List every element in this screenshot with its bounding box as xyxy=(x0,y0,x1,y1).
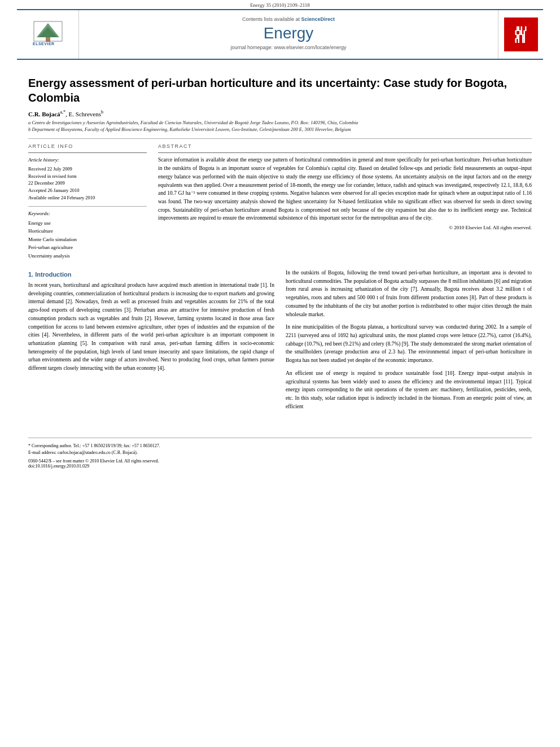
dates-info: Received 22 July 2009 Received in revise… xyxy=(28,165,147,202)
article-footer: * Corresponding author. Tel.: +57 1 8650… xyxy=(28,438,532,469)
keyword-4: Peri-urban agriculture xyxy=(28,243,147,251)
article-title: Energy assessment of peri-urban horticul… xyxy=(28,76,532,105)
email-suffix: (C.R. Bojacá). xyxy=(112,450,138,455)
footer-email: E-mail address: carlos.bojaca@utadeo.edu… xyxy=(28,449,532,456)
author-bojaca: C.R. Bojacá xyxy=(28,111,60,117)
abstract-column: ABSTRACT Scarce information is available… xyxy=(158,143,532,259)
affiliation-b: b Department of Biosystems, Faculty of A… xyxy=(28,126,532,133)
introduction-para1: In recent years, horticultural and agric… xyxy=(28,281,274,373)
journal-header: ELSEVIER Contents lists available at Sci… xyxy=(17,9,543,60)
keyword-5: Uncertainty analysis xyxy=(28,252,147,260)
received-revised-label: Received in revised form xyxy=(28,173,147,180)
available-online: Available online 24 February 2010 xyxy=(28,194,147,202)
volume-info: Energy 35 (2010) 2109–2118 xyxy=(0,0,560,9)
elsevier-tree-icon: ELSEVIER xyxy=(31,20,65,49)
abstract-label: ABSTRACT xyxy=(158,143,532,149)
author-schrevens: , E. Schrevens xyxy=(65,111,101,117)
keywords-section: Keywords: Energy use Horticulture Monte … xyxy=(28,206,147,260)
footer-corresponding-author: * Corresponding author. Tel.: +57 1 8650… xyxy=(28,443,532,449)
keyword-2: Horticulture xyxy=(28,227,147,235)
abstract-box: Scarce information is available about th… xyxy=(158,152,532,230)
journal-homepage: journal homepage: www.elsevier.com/locat… xyxy=(230,45,346,50)
journal-logo-box: ▐▌▌▐ ▌▐▌▌ ▐▌▐▌ ▌▌▐▌ xyxy=(504,18,538,51)
article-info-abstract: ARTICLE INFO Article history: Received 2… xyxy=(28,143,532,259)
abstract-text: Scarce information is available about th… xyxy=(158,156,532,222)
keyword-3: Monte Carlo simulation xyxy=(28,235,147,243)
body-left-column: 1. Introduction In recent years, horticu… xyxy=(28,269,274,416)
journal-center-info: Contents lists available at ScienceDirec… xyxy=(79,10,498,59)
issn-text: 0360-5442/$ – see front matter © 2010 El… xyxy=(28,458,532,464)
corresponding-author-text: * Corresponding author. Tel.: +57 1 8650… xyxy=(28,443,160,448)
keywords-label: Keywords: xyxy=(28,209,147,217)
elsevier-logo-container: ELSEVIER xyxy=(17,10,79,59)
doi-text: doi:10.1016/j.energy.2010.01.029 xyxy=(28,464,532,469)
abstract-copyright: © 2010 Elsevier Ltd. All rights reserved… xyxy=(158,225,532,230)
sciencedirect-link[interactable]: ScienceDirect xyxy=(301,16,335,22)
right-para1: In the outskirts of Bogota, following th… xyxy=(286,269,532,318)
history-label: Article history: xyxy=(28,156,147,164)
right-para2: In nine municipalities of the Bogota pla… xyxy=(286,323,532,365)
email-address: carlos.bojaca@utadeo.edu.co xyxy=(58,450,111,455)
divider-1 xyxy=(28,138,532,139)
journal-logo-lines: ▐▌▌▐ ▌▐▌▌ ▐▌▐▌ ▌▌▐▌ xyxy=(515,27,527,42)
author-a-sup: a,* xyxy=(60,110,66,115)
svg-rect-3 xyxy=(46,37,50,42)
received-date: Received 22 July 2009 xyxy=(28,165,147,173)
right-para3: An efficient use of energy is required t… xyxy=(286,369,532,411)
body-right-column: In the outskirts of Bogota, following th… xyxy=(286,269,532,416)
article-info-label: ARTICLE INFO xyxy=(28,143,147,149)
body-content: 1. Introduction In recent years, horticu… xyxy=(28,269,532,416)
elsevier-logo: ELSEVIER xyxy=(31,20,65,49)
keyword-1: Energy use xyxy=(28,219,147,227)
accepted-date: Accepted 26 January 2010 xyxy=(28,187,147,194)
article-info-box: Article history: Received 22 July 2009 R… xyxy=(28,152,147,259)
svg-text:ELSEVIER: ELSEVIER xyxy=(33,42,55,46)
author-b-sup: b xyxy=(101,110,103,115)
received-revised-date: 22 December 2009 xyxy=(28,180,147,187)
introduction-heading: 1. Introduction xyxy=(28,271,274,278)
journal-title: Energy xyxy=(264,24,314,42)
footer-ids: 0360-5442/$ – see front matter © 2010 El… xyxy=(28,458,532,469)
affiliation-a: a Centro de Investigaciones y Asesorías … xyxy=(28,120,532,126)
right-logo-container: ▐▌▌▐ ▌▐▌▌ ▐▌▐▌ ▌▌▐▌ xyxy=(498,10,543,59)
affiliations: a Centro de Investigaciones y Asesorías … xyxy=(28,120,532,133)
email-label: E-mail address: xyxy=(28,450,56,455)
authors-line: C.R. Bojacáa,*, E. Schrevensb xyxy=(28,110,532,117)
article-content: Energy assessment of peri-urban horticul… xyxy=(0,60,560,426)
sciencedirect-line: Contents lists available at ScienceDirec… xyxy=(242,16,335,22)
article-info-column: ARTICLE INFO Article history: Received 2… xyxy=(28,143,147,259)
volume-text: Energy 35 (2010) 2109–2118 xyxy=(250,2,310,8)
